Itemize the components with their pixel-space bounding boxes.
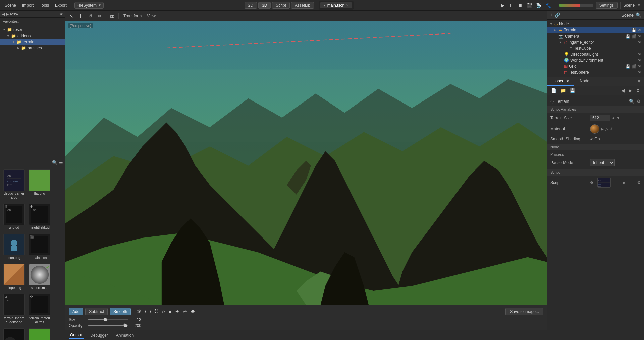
scene-node-terrain[interactable]: ▶ ⛰ Terrain 💾 👁 [547, 27, 644, 33]
remote2-btn[interactable]: 🐾 [544, 2, 553, 9]
view-btn-editor[interactable]: View [145, 13, 158, 19]
pause-btn[interactable]: ⏸ [507, 2, 515, 9]
inspector-search-btn[interactable]: 🔍 [629, 99, 635, 104]
remote-btn[interactable]: 📡 [535, 2, 543, 9]
terrain-size-up-btn[interactable]: ▲ [611, 116, 615, 120]
scale-tool-btn[interactable]: ✏ [96, 13, 103, 19]
brush-dots-btn[interactable]: ⠿ [154, 308, 159, 315]
tab-output[interactable]: Output [69, 332, 84, 339]
brush-star-sm-btn[interactable]: ✦ [174, 308, 180, 315]
path-forward-btn[interactable]: ▶ [6, 12, 9, 16]
scene-node-testcube[interactable]: ◻ TestCube [547, 45, 644, 51]
brush-smooth-btn[interactable]: Smooth [110, 308, 131, 315]
viewport[interactable]: [Perspective] [65, 21, 547, 305]
brush-circle-sm-btn[interactable]: ○ [161, 308, 166, 315]
tab-animation[interactable]: Animation [115, 332, 135, 338]
tree-addons[interactable]: ▼ 📁 addons [0, 33, 65, 39]
pause-mode-select[interactable]: Inherit Stop Process [590, 159, 615, 166]
view-script-btn[interactable]: Script [272, 2, 290, 9]
tab-debugger[interactable]: Debugger [89, 332, 109, 338]
inspector-prev-btn[interactable]: ◀ [620, 87, 626, 94]
size-slider-thumb[interactable] [104, 318, 107, 321]
scene-node-node[interactable]: ▼ ◌ Node [547, 21, 644, 27]
terrain-save-btn[interactable]: 💾 [632, 28, 636, 32]
terrain-size-down-btn[interactable]: ▼ [616, 116, 620, 120]
inspector-save-btn[interactable]: 💾 [569, 87, 577, 94]
view-2d-btn[interactable]: 2D [245, 2, 257, 9]
scene-node-worldenv[interactable]: 🌍 WorldEnvironment 👁 [547, 57, 644, 63]
grid-save-btn[interactable]: 💾 [626, 64, 630, 69]
thumb-terrain-normal[interactable]: terrain_test_normal_map.png [28, 327, 52, 340]
transform-btn[interactable]: Transform [121, 13, 144, 19]
terrain-eye-btn[interactable]: 👁 [638, 28, 641, 32]
rotate-tool-btn[interactable]: ↺ [87, 13, 94, 19]
search-scene-btn[interactable]: 🔍 [636, 12, 641, 18]
thumb-heightfield[interactable]: ⚙ GD heightfield.gd [28, 202, 52, 231]
opacity-slider-track[interactable]: ☀ [88, 325, 128, 326]
menu-scene[interactable]: Scene [2, 2, 19, 9]
inspector-settings-btn[interactable]: ⚙ [635, 87, 641, 94]
script-thumbnail[interactable]: GDfunc _rpass [597, 178, 611, 188]
brush-slash-btn[interactable]: / [144, 308, 147, 315]
material-arrow-btn[interactable]: ▶ [601, 127, 604, 131]
save-to-image-btn[interactable]: Save to image... [505, 308, 543, 315]
ingame-eye-btn[interactable]: 👁 [638, 40, 641, 44]
grid-eye-btn[interactable]: 👁 [638, 64, 641, 69]
grid-tool-btn[interactable]: ▦ [109, 13, 116, 19]
play-btn[interactable]: ▶ [500, 2, 506, 9]
thumb-main[interactable]: 🎬 main.tscn [28, 232, 52, 261]
scene-node-testsphere[interactable]: ◻ TestSphere 👁 [547, 69, 644, 75]
worldenv-eye-btn[interactable]: 👁 [638, 58, 641, 62]
inspector-tab-end[interactable]: ▼ [634, 77, 644, 86]
brush-subtract-btn[interactable]: Subtract [85, 308, 108, 315]
thumb-terrain-material[interactable]: ⚙ terrain_material.tres [28, 293, 52, 326]
settings-btn[interactable]: Settings [596, 2, 618, 9]
inspector-gear-btn[interactable]: ⚙ [637, 99, 641, 104]
tab-close-btn[interactable]: ✕ [346, 3, 349, 7]
tree-terrain[interactable]: ▼ 📁 terrain [0, 39, 65, 45]
brush-star-lg-btn[interactable]: ✳ [182, 308, 188, 315]
thumb-icon[interactable]: icon.png [2, 232, 26, 261]
thumb-slope[interactable]: slope.png [2, 263, 26, 291]
inspector-next-btn[interactable]: ▶ [627, 87, 633, 94]
thumb-sphere[interactable]: ✔ sphere.msh [28, 263, 52, 291]
opacity-slider-thumb[interactable]: ☀ [124, 324, 127, 327]
grid-film-btn[interactable]: 🎬 [632, 64, 636, 69]
script-expand-btn[interactable]: ▶ [623, 180, 626, 185]
scene-node-grid[interactable]: ▦ Grid 💾 🎬 👁 [547, 63, 644, 69]
list-icon-btn[interactable]: ☰ [59, 160, 63, 165]
thumb-flat[interactable]: flat.png [28, 168, 52, 201]
menu-tools[interactable]: Tools [37, 2, 52, 9]
path-star-btn[interactable]: ★ [59, 12, 63, 16]
script-settings-btn[interactable]: ⚙ [637, 180, 641, 185]
move-tool-btn[interactable]: ✛ [77, 13, 84, 19]
add-node-btn[interactable]: + [550, 12, 553, 18]
view-3d-btn[interactable]: 3D [258, 2, 271, 9]
view-assetlib-btn[interactable]: AssetLib [291, 2, 314, 9]
camera-eye-btn[interactable]: 👁 [638, 34, 641, 39]
camera-film-btn[interactable]: 🎬 [632, 34, 636, 39]
tree-brushes[interactable]: ▶ 📁 brushes [0, 45, 65, 51]
inspector-new-btn[interactable]: 📄 [550, 87, 558, 94]
dirlight-eye-btn[interactable]: 👁 [638, 52, 641, 56]
search-icon-btn[interactable]: 🔍 [52, 160, 58, 165]
thumb-debug-camera[interactable]: GDfunc _readypass debug_camera.gd [2, 168, 26, 201]
inspector-folder-btn[interactable]: 📁 [559, 87, 567, 94]
menu-export[interactable]: Export [52, 2, 69, 9]
link-node-btn[interactable]: 🔗 [555, 12, 560, 18]
tab-inspector[interactable]: Inspector [547, 77, 574, 86]
material-swatch[interactable] [590, 124, 599, 134]
scene-node-camera[interactable]: 📷 Camera 💾 🎬 👁 [547, 33, 644, 39]
thumb-terrain-ingame[interactable]: ⚙ GD terrain_ingame_editor.gd [2, 293, 26, 326]
path-back-btn[interactable]: ◀ [2, 12, 5, 16]
menu-import[interactable]: Import [19, 2, 36, 9]
brush-snowflake-btn[interactable]: ❄ [136, 308, 142, 315]
tree-res[interactable]: ▼ 📁 res:// [0, 27, 65, 33]
stop-btn[interactable]: ⏹ [516, 2, 524, 9]
movie-btn[interactable]: 🎬 [525, 2, 533, 9]
tab-node[interactable]: Node [574, 77, 595, 86]
terrain-size-input[interactable] [590, 115, 610, 121]
scene-node-ingame-editor[interactable]: ▼ ◌ ingame_editor 👁 [547, 39, 644, 45]
material-expand-btn[interactable]: ▷ [605, 127, 608, 131]
brush-add-btn[interactable]: Add [69, 308, 83, 315]
